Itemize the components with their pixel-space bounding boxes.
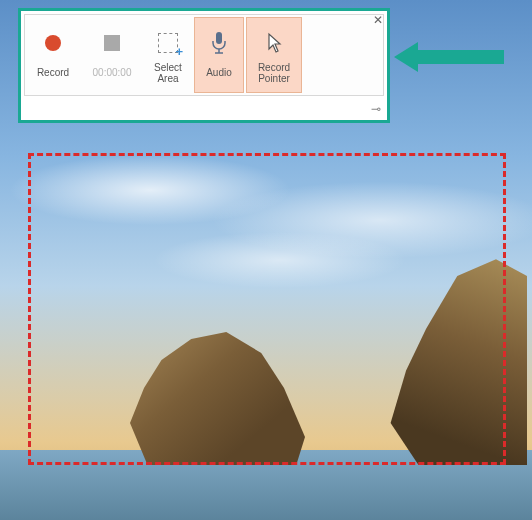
svg-rect-0	[216, 32, 222, 44]
record-label: Record	[37, 62, 69, 84]
record-circle-icon	[45, 35, 61, 51]
pin-icon[interactable]: ⊸	[371, 102, 381, 116]
timer-display: 00:00:00	[93, 62, 132, 84]
recording-selection-area[interactable]	[28, 153, 506, 465]
toolbar-buttons: Record 00:00:00 Select Area Audio	[24, 14, 384, 96]
select-area-icon	[158, 33, 178, 53]
audio-button[interactable]: Audio	[194, 17, 244, 93]
select-area-button[interactable]: Select Area	[143, 15, 193, 95]
audio-label: Audio	[206, 62, 232, 84]
stop-square-icon	[104, 35, 120, 51]
select-area-label: Select Area	[154, 62, 182, 85]
recording-toolbar: ✕ Record 00:00:00 Select Area Audio	[18, 8, 390, 123]
cursor-arrow-icon	[264, 32, 284, 54]
svg-marker-3	[394, 42, 504, 72]
close-icon[interactable]: ✕	[373, 13, 383, 27]
microphone-icon	[210, 31, 228, 55]
record-button[interactable]: Record	[25, 15, 81, 95]
stop-button[interactable]: 00:00:00	[81, 15, 143, 95]
callout-arrow-icon	[394, 40, 504, 74]
record-pointer-label: Record Pointer	[258, 62, 290, 85]
record-pointer-button[interactable]: Record Pointer	[246, 17, 302, 93]
